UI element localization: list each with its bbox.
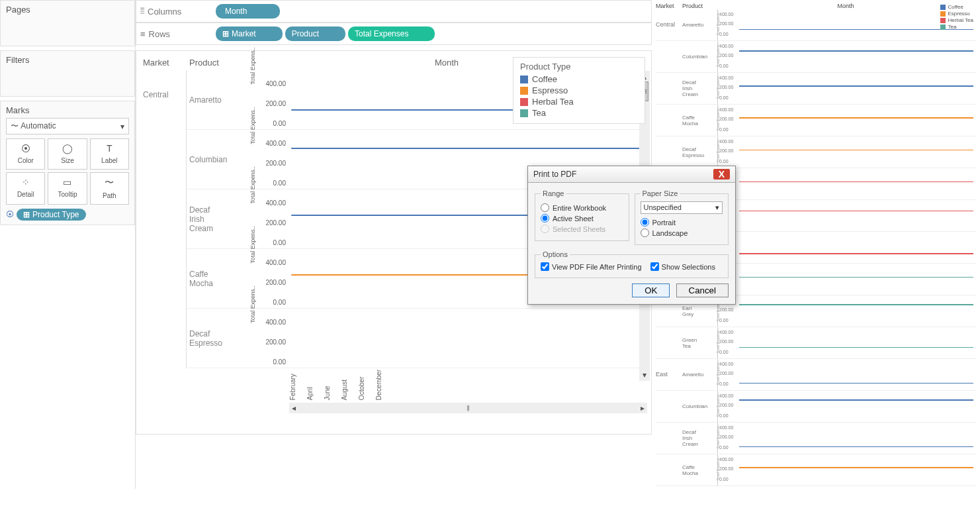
color-swatch-icon [520,98,528,106]
color-swatch-icon [520,76,528,83]
columns-icon: ⦙⦙⦙ [140,6,144,17]
preview-row: GreenTea Total Expens.. 400.00 200.00 0.… [656,327,976,359]
scroll-right-icon[interactable]: ▸ [641,403,645,413]
preview-legend-item: Tea [940,24,973,30]
cancel-button[interactable]: Cancel [676,283,729,297]
market-label: Central [140,70,187,368]
color-swatch-icon [520,87,528,95]
color-icon: ⦿ [8,143,43,154]
preview-row: CaffeMocha Total Expens.. 400.00 200.00 … [656,105,976,136]
product-label: Columbian [187,130,253,189]
header-market: Market [140,55,187,70]
preview-legend-item: Coffee [940,4,973,10]
color-swatch-icon [940,18,946,23]
detail-icon: ⁘ [8,177,43,187]
preview-row: Columbian Total Expens.. 400.00 200.00 0… [656,391,976,423]
row-pill-total-expenses[interactable]: Total Expenses [348,26,435,41]
chevron-down-icon: ▾ [715,203,719,212]
preview-row: DecafEspresso Total Expens.. 400.00 200.… [656,136,976,168]
color-swatch-icon [940,25,946,30]
size-button[interactable]: ◯Size [48,138,87,170]
chevron-down-icon: ▾ [120,122,124,131]
pages-title: Pages [6,5,129,15]
x-tick: June [324,370,331,400]
detail-button[interactable]: ⁘Detail [6,172,45,205]
preview-row: DecafIrishCream Total Expens.. 400.00 20… [656,423,976,454]
preview-row: East Amaretto Total Expens.. 400.00 200.… [656,359,976,391]
path-icon: 〜 [92,177,127,189]
header-product: Product [187,55,246,70]
y-axis-label: Total Expens.. [249,107,256,144]
mark-type-dropdown[interactable]: 〜 Automatic ▾ [6,118,129,134]
filters-shelf[interactable]: Filters [0,50,135,97]
legend-item[interactable]: Herbal Tea [520,97,638,107]
x-tick: December [375,370,382,400]
x-tick: April [306,370,314,400]
orientation-option[interactable]: Portrait [641,218,723,227]
side-panels: Pages Filters Marks 〜 Automatic ▾ ⦿Color… [0,0,136,489]
color-swatch-icon [940,5,946,10]
line-icon: 〜 [11,121,19,130]
rows-shelf[interactable]: ≡Rows ⊞MarketProductTotal Expenses [136,23,652,45]
tooltip-button[interactable]: ▭Tooltip [48,172,87,205]
preview-row: CaffeMocha Total Expens.. 400.00 200.00 … [656,454,976,486]
preview-row: Columbian Total Expens.. 400.00 200.00 0… [656,41,976,73]
dialog-title-text: Print to PDF [533,170,576,179]
size-icon: ◯ [50,143,85,154]
range-fieldset: Range Entire WorkbookActive SheetSelecte… [535,189,629,241]
row-pill-market[interactable]: ⊞Market [216,26,283,41]
y-axis-label: Total Expens.. [249,47,256,85]
product-label: CaffeMocha [187,249,253,309]
range-option[interactable]: Active Sheet [541,214,623,223]
legend-item[interactable]: Espresso [520,85,638,95]
show-selections-checkbox[interactable]: Show Selections [650,262,715,271]
scroll-down-icon[interactable]: ▾ [643,370,646,380]
product-label: Amaretto [187,70,253,130]
color-swatch-icon [940,11,946,17]
x-tick: February [289,370,296,400]
ok-button[interactable]: OK [632,283,670,297]
paper-size-fieldset: Paper Size Unspecified ▾ PortraitLandsca… [635,189,729,245]
paper-size-select[interactable]: Unspecified ▾ [641,201,723,214]
preview-legend-item: Espresso [940,11,973,17]
columns-shelf[interactable]: ⦙⦙⦙Columns Month [136,0,652,23]
options-fieldset: Options View PDF File After Printing Sho… [535,250,729,278]
x-tick: October [358,370,365,400]
legend-title: Product Type [520,62,638,72]
view-pdf-checkbox[interactable]: View PDF File After Printing [541,262,642,271]
orientation-option[interactable]: Landscape [641,229,723,237]
path-button[interactable]: 〜Path [90,172,129,205]
horizontal-scrollbar[interactable]: ◂ ⦀ ▸ [289,403,647,413]
legend-item[interactable]: Tea [520,108,638,118]
legend-item[interactable]: Coffee [520,74,638,84]
y-axis-label: Total Expens.. [249,285,256,323]
marks-title: Marks [6,105,129,115]
color-button[interactable]: ⦿Color [6,138,45,170]
y-axis-label: Total Expens.. [249,166,256,204]
color-pill-product-type[interactable]: ⊞Product Type [17,209,86,221]
x-tick: August [341,370,348,400]
label-icon: T [92,143,127,154]
rows-icon: ≡ [140,29,146,39]
worksheet-area: ⦙⦙⦙Columns Month ≡Rows ⊞MarketProductTot… [136,0,652,489]
mini-chart: Total Expens..400.00200.000.00 [253,309,647,368]
preview-legend-item: Herbal Tea [940,17,973,23]
print-to-pdf-dialog: Print to PDF X Range Entire WorkbookActi… [527,166,736,305]
column-pill-month[interactable]: Month [216,4,280,19]
range-option: Selected Sheets [541,225,623,233]
color-legend[interactable]: Product Type CoffeeEspressoHerbal TeaTea [513,57,645,124]
filters-title: Filters [6,55,129,65]
color-swatch-icon [520,109,528,117]
range-option[interactable]: Entire Workbook [541,203,623,212]
product-label: DecafIrishCream [187,189,253,249]
y-axis-label: Total Expens.. [249,226,256,264]
label-button[interactable]: TLabel [90,138,129,170]
tooltip-icon: ▭ [50,177,85,187]
product-label: DecafEspresso [187,309,253,368]
pages-shelf[interactable]: Pages [0,0,135,46]
preview-row: Central Amaretto Total Expens.. 400.00 2… [656,9,976,41]
preview-row: DecafIrishCream Total Expens.. 400.00 20… [656,73,976,105]
row-pill-product[interactable]: Product [285,26,345,41]
marks-card: Marks 〜 Automatic ▾ ⦿Color◯SizeTLabel⁘De… [0,101,135,225]
close-button[interactable]: X [713,169,730,179]
